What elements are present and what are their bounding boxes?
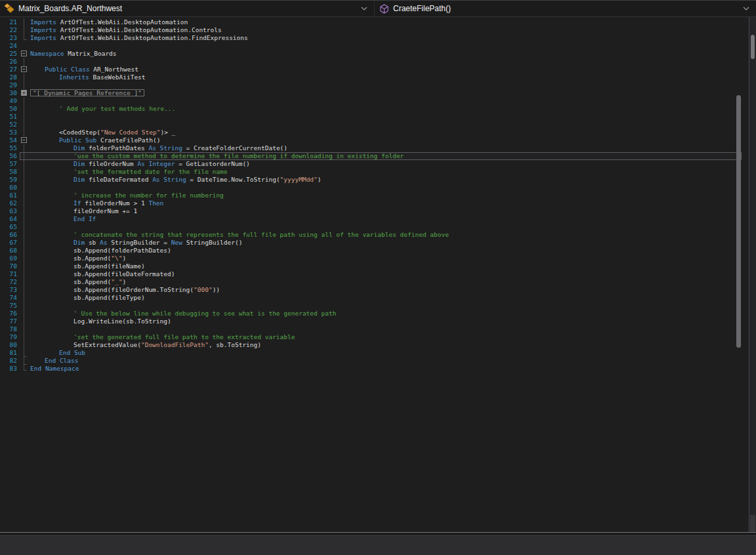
line-number[interactable]: 76 (0, 310, 18, 318)
collapse-region-icon[interactable]: − (21, 66, 27, 72)
code-line-71[interactable]: 71sb.Append(fileDateFormated) (0, 270, 748, 278)
line-number[interactable]: 63 (0, 207, 18, 215)
code-line-24[interactable]: 24 (0, 42, 748, 50)
code-line-72[interactable]: 72sb.Append("_") (0, 278, 748, 286)
line-number[interactable]: 58 (0, 168, 18, 176)
code-line-56[interactable]: 56'use the custom method to determine th… (0, 152, 748, 160)
line-number[interactable]: 75 (0, 302, 18, 310)
collapse-region-icon[interactable]: − (21, 51, 27, 56)
code-line-66[interactable]: 66' concatenate the string that represen… (0, 231, 748, 239)
code-line-55[interactable]: 55Dim folderPathDates As String = Create… (0, 144, 748, 152)
line-number[interactable]: 73 (0, 286, 18, 294)
line-number[interactable]: 52 (0, 121, 18, 129)
line-number[interactable]: 28 (0, 73, 18, 81)
line-number[interactable]: 30 (0, 89, 18, 97)
code-line-75[interactable]: 75 (0, 302, 748, 310)
collapsed-region-box[interactable]: "[ Dynamic Pages Reference ]" (30, 89, 144, 96)
line-number[interactable]: 67 (0, 239, 18, 247)
line-number[interactable]: 61 (0, 192, 18, 199)
line-number[interactable]: 24 (0, 42, 18, 50)
line-number[interactable]: 77 (0, 318, 18, 325)
line-number[interactable]: 71 (0, 270, 18, 278)
member-dropdown[interactable]: CraeteFilePath() (374, 1, 756, 16)
line-number[interactable]: 83 (0, 365, 18, 373)
overview-scrollbar-rail[interactable] (749, 17, 756, 532)
line-number[interactable]: 60 (0, 184, 18, 192)
code-line-82[interactable]: 82End Class (0, 357, 748, 365)
line-number[interactable]: 64 (0, 215, 18, 223)
code-line-52[interactable]: 52 (0, 121, 748, 129)
code-line-73[interactable]: 73sb.Append(fileOrderNum.ToString("000")… (0, 286, 748, 294)
line-number[interactable]: 74 (0, 294, 18, 302)
code-line-70[interactable]: 70sb.Append(fileName) (0, 262, 748, 270)
type-dropdown[interactable]: Matrix_Boards.AR_Northwest (0, 1, 374, 16)
line-number[interactable]: 26 (0, 58, 18, 66)
expand-region-icon[interactable]: + (21, 90, 27, 96)
code-line-30[interactable]: 30+"[ Dynamic Pages Reference ]" (0, 89, 748, 97)
line-number[interactable]: 53 (0, 129, 18, 136)
code-line-74[interactable]: 74sb.Append(fileType) (0, 294, 748, 302)
code-line-77[interactable]: 77Log.WriteLine(sb.ToString) (0, 318, 748, 325)
code-line-49[interactable]: 49 (0, 97, 748, 105)
code-line-61[interactable]: 61' increase the number for file numberi… (0, 192, 748, 199)
overview-scrollbar-thumb[interactable] (751, 35, 755, 59)
code-line-51[interactable]: 51 (0, 113, 748, 121)
code-line-65[interactable]: 65 (0, 223, 748, 231)
collapse-region-icon[interactable]: − (21, 137, 27, 143)
line-number[interactable]: 50 (0, 105, 18, 113)
code-line-28[interactable]: 28Inherits BaseWebAiiTest (0, 73, 748, 81)
line-number[interactable]: 55 (0, 144, 18, 152)
line-number[interactable]: 56 (0, 152, 18, 160)
line-number[interactable]: 62 (0, 199, 18, 207)
code-line-27[interactable]: 27−Public Class AR_Northwest (0, 66, 748, 73)
code-line-57[interactable]: 57Dim fileOrderNum As Integer = GetLasto… (0, 160, 748, 168)
line-number[interactable]: 65 (0, 223, 18, 231)
line-number[interactable]: 78 (0, 325, 18, 333)
line-number[interactable]: 23 (0, 34, 18, 42)
line-number[interactable]: 82 (0, 357, 18, 365)
line-number[interactable]: 21 (0, 18, 18, 26)
line-number[interactable]: 81 (0, 349, 18, 357)
line-number[interactable]: 59 (0, 176, 18, 184)
code-line-50[interactable]: 50' Add your test methods here... (0, 105, 748, 113)
code-line-62[interactable]: 62If fileOrderNum > 1 Then (0, 199, 748, 207)
code-line-67[interactable]: 67Dim sb As StringBuilder = New StringBu… (0, 239, 748, 247)
vertical-scrollbar-thumb[interactable] (736, 95, 741, 348)
code-line-23[interactable]: 23Imports ArtOfTest.WebAii.DesktopAutoma… (0, 34, 748, 42)
code-editor[interactable]: 21Imports ArtOfTest.WebAii.DesktopAutoma… (0, 17, 756, 533)
code-line-59[interactable]: 59Dim fileDateFormated As String = DateT… (0, 176, 748, 184)
line-number[interactable]: 79 (0, 333, 18, 341)
code-line-76[interactable]: 76' Use the below line while debugging t… (0, 310, 748, 318)
code-line-81[interactable]: 81End Sub (0, 349, 748, 357)
code-line-63[interactable]: 63fileOrderNum += 1 (0, 207, 748, 215)
code-line-79[interactable]: 79'set the generated full file path to t… (0, 333, 748, 341)
code-line-58[interactable]: 58'set the formatted date for the file n… (0, 168, 748, 176)
line-number[interactable]: 70 (0, 262, 18, 270)
code-line-60[interactable]: 60 (0, 184, 748, 192)
line-number[interactable]: 66 (0, 231, 18, 239)
code-line-53[interactable]: 53<CodedStep("New Coded Step")> _ (0, 129, 748, 136)
line-number[interactable]: 54 (0, 136, 18, 144)
line-number[interactable]: 80 (0, 341, 18, 349)
line-number[interactable]: 25 (0, 50, 18, 58)
line-number[interactable]: 57 (0, 160, 18, 168)
line-number[interactable]: 72 (0, 278, 18, 286)
line-number[interactable]: 69 (0, 255, 18, 262)
line-number[interactable]: 49 (0, 97, 18, 105)
code-line-54[interactable]: 54−Public Sub CraeteFilePath() (0, 136, 748, 144)
code-line-22[interactable]: 22Imports ArtOfTest.WebAii.DesktopAutoma… (0, 26, 748, 34)
chevron-down-icon[interactable] (742, 5, 751, 12)
code-line-68[interactable]: 68sb.Append(folderPathDates) (0, 247, 748, 255)
line-number[interactable]: 51 (0, 113, 18, 121)
code-line-26[interactable]: 26 (0, 58, 748, 66)
code-line-69[interactable]: 69sb.Append("\") (0, 255, 748, 262)
line-number[interactable]: 27 (0, 66, 18, 73)
code-line-64[interactable]: 64End If (0, 215, 748, 223)
chevron-down-icon[interactable] (360, 5, 369, 12)
code-line-80[interactable]: 80SetExtractedValue("DownloadFilePath", … (0, 341, 748, 349)
code-line-83[interactable]: 83End Namespace (0, 365, 748, 373)
code-line-29[interactable]: 29 (0, 81, 748, 89)
line-number[interactable]: 29 (0, 81, 18, 89)
line-number[interactable]: 22 (0, 26, 18, 34)
code-line-78[interactable]: 78 (0, 325, 748, 333)
